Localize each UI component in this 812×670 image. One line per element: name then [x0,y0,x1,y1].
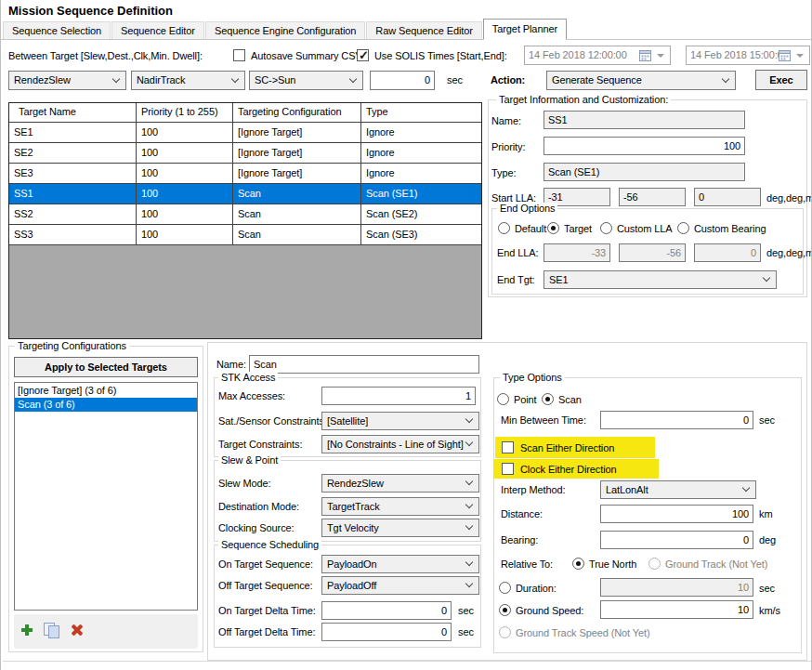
scan-radio[interactable] [542,393,554,405]
on-target-sequence-combo[interactable]: PayloadOn [321,555,479,573]
between-slew-value: RendezSlew [14,74,71,85]
table-row-ss1-selected[interactable]: SS1 100 Scan Scan (SE1) [9,184,481,204]
between-clk-combo[interactable]: SC->Sun [249,71,363,90]
end-lla-lat: -33 [544,243,610,262]
cell-config[interactable]: [Ignore Target] [233,143,361,163]
end-lla-unit: deg,deg,m [766,247,812,259]
ti-priority-input[interactable]: 100 [544,137,745,155]
clock-either-direction-checkbox[interactable] [502,463,514,475]
max-accesses-input[interactable]: 1 [321,387,476,405]
table-row-se2[interactable]: SE2 100 [Ignore Target] Ignore [9,143,481,164]
cell-priority[interactable]: 100 [137,225,233,244]
exec-button[interactable]: Exec [755,70,807,90]
duration-unit: sec [759,583,775,595]
type-options-title: Type Options [500,372,565,384]
end-lla-lon: -56 [619,243,686,262]
col-header-target-name[interactable]: Target Name [9,103,137,122]
cell-type[interactable]: Scan (SE1) [361,184,481,204]
cell-name[interactable]: SS2 [9,204,137,224]
ground-speed-input[interactable]: 10 [600,600,753,619]
true-north-radio[interactable] [572,558,584,570]
tab-raw-sequence-editor[interactable]: Raw Sequence Editor [366,21,482,39]
between-dest-combo[interactable]: NadirTrack [131,71,245,90]
distance-unit: km [759,508,772,520]
scan-either-direction-checkbox[interactable] [502,441,514,453]
autosave-csv-checkbox[interactable] [233,49,245,61]
cell-priority[interactable]: 100 [137,143,233,163]
cell-name[interactable]: SE1 [9,123,137,142]
apply-to-selected-targets-button[interactable]: Apply to Selected Targets [14,357,198,377]
cell-config[interactable]: Scan [233,184,361,204]
point-radio[interactable] [497,393,509,405]
on-target-sequence-label: On Target Sequence: [218,558,313,571]
bottom-separator [3,661,811,662]
action-combo[interactable]: Generate Sequence [546,71,736,90]
ti-start-lla-unit: deg,deg,m [766,192,812,204]
off-target-delta-input[interactable]: 0 [321,623,452,641]
cell-name[interactable]: SS1 [9,184,137,204]
list-item-ignore-target[interactable]: [Ignore Target] (3 of 6) [15,384,197,398]
tab-sequence-selection[interactable]: Sequence Selection [3,21,111,39]
min-dwell-unit: sec [447,74,463,86]
cell-type[interactable]: Ignore [361,143,481,163]
end-custom-bearing-radio[interactable] [677,222,689,234]
off-target-delta-label: Off Target Delta Time: [218,626,315,638]
tab-target-planner[interactable]: Target Planner [483,19,567,40]
cell-priority[interactable]: 100 [137,164,233,183]
sat-sensor-constraints-combo[interactable]: [Satellite] [321,412,479,430]
cfg-name-input[interactable]: Scan [249,355,479,374]
clocking-source-combo[interactable]: Tgt Velocity [321,519,479,537]
dropdown-arrow-icon [796,54,804,58]
ground-speed-radio[interactable] [499,604,511,616]
use-solis-times-checkbox[interactable] [357,49,369,61]
delete-config-icon[interactable] [70,623,85,637]
target-constraints-combo[interactable]: [No Constraints - Line of Sight] [321,435,479,453]
table-row-ss3[interactable]: SS3 100 Scan Scan (SE3) [9,225,481,245]
between-slew-combo[interactable]: RendezSlew [8,71,126,90]
min-dwell-input[interactable]: 0 [370,71,435,90]
duration-radio[interactable] [499,582,511,594]
bearing-label: Bearing: [501,534,538,546]
duplicate-config-icon[interactable] [44,623,60,637]
ti-start-lla-lon: -56 [619,188,686,206]
min-between-time-input[interactable]: 0 [600,411,753,429]
cell-config[interactable]: [Ignore Target] [233,164,361,183]
cell-priority[interactable]: 100 [137,184,233,204]
tab-sequence-engine-configuration[interactable]: Sequence Engine Configuration [205,21,365,39]
end-default-radio[interactable] [498,222,510,234]
cell-name[interactable]: SS3 [9,225,137,244]
off-target-sequence-combo[interactable]: PayloadOff [321,576,479,595]
on-target-delta-input[interactable]: 0 [321,601,452,620]
table-row-se1[interactable]: SE1 100 [Ignore Target] Ignore [9,123,481,143]
add-config-icon[interactable] [20,623,34,637]
end-tgt-combo[interactable]: SE1 [544,270,777,289]
cell-config[interactable]: [Ignore Target] [233,123,361,142]
col-header-targeting-configuration[interactable]: Targeting Configuration [233,103,361,122]
slew-mode-combo[interactable]: RendezSlew [321,474,479,493]
col-header-type[interactable]: Type [361,103,481,122]
table-row-ss2[interactable]: SS2 100 Scan Scan (SE2) [9,204,481,225]
ti-name-field: SS1 [544,111,745,129]
cell-type[interactable]: Ignore [361,123,481,142]
cell-config[interactable]: Scan [233,225,361,244]
bearing-input[interactable]: 0 [600,531,753,549]
cell-type[interactable]: Scan (SE2) [361,204,481,224]
end-custom-lla-radio[interactable] [600,222,612,234]
interp-method-combo[interactable]: LatLonAlt [600,480,756,499]
cell-name[interactable]: SE2 [9,143,137,163]
end-target-radio[interactable] [547,222,559,234]
cell-config[interactable]: Scan [233,204,361,224]
table-row-se3[interactable]: SE3 100 [Ignore Target] Ignore [9,164,481,184]
col-header-priority[interactable]: Priority (1 to 255) [137,103,233,122]
slew-mode-label: Slew Mode: [218,478,270,490]
cell-priority[interactable]: 100 [137,204,233,224]
list-item-scan-selected[interactable]: Scan (3 of 6) [15,398,197,412]
off-target-delta-unit: sec [458,626,474,638]
cell-type[interactable]: Ignore [361,164,481,183]
destination-mode-combo[interactable]: TargetTrack [321,497,479,516]
cell-priority[interactable]: 100 [137,123,233,142]
tab-sequence-editor[interactable]: Sequence Editor [111,21,204,39]
cell-type[interactable]: Scan (SE3) [361,225,481,244]
distance-input[interactable]: 100 [600,505,753,523]
cell-name[interactable]: SE3 [9,164,137,183]
